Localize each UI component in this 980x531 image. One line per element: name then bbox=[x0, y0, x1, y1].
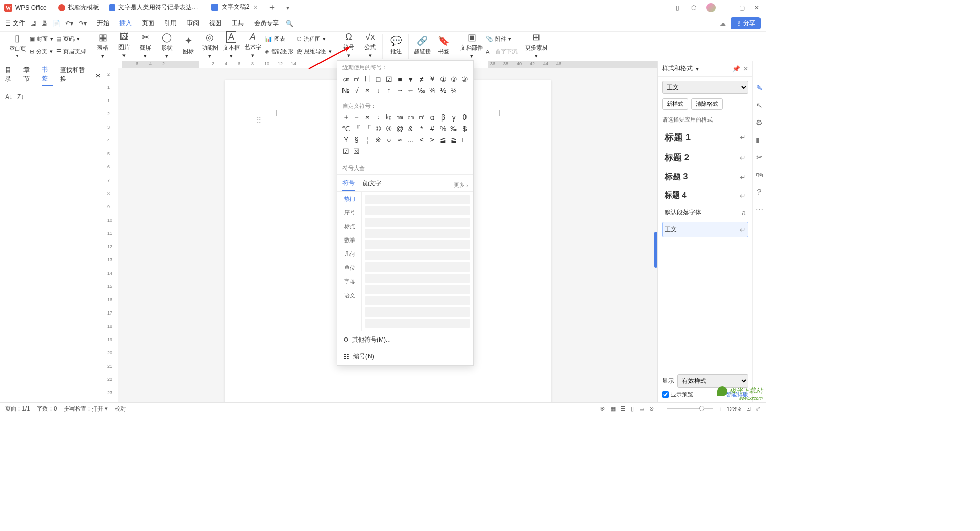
menu-审阅[interactable]: 审阅 bbox=[187, 19, 199, 28]
menu-工具[interactable]: 工具 bbox=[232, 19, 244, 28]
symbol-cell[interactable]: ㎜ bbox=[395, 112, 405, 123]
comment-button[interactable]: 💬批注 bbox=[387, 34, 405, 57]
symbol-category[interactable]: 标点 bbox=[337, 220, 361, 233]
zoom-in-icon[interactable]: + bbox=[718, 406, 721, 412]
symbol-cell[interactable]: ¾ bbox=[427, 85, 437, 96]
symbol-cell[interactable]: ☒ bbox=[351, 146, 362, 157]
redo-icon[interactable]: ↷▾ bbox=[79, 20, 87, 27]
symbol-cell[interactable]: ☑ bbox=[340, 146, 351, 157]
clear-format-button[interactable]: 清除格式 bbox=[691, 98, 723, 110]
more-resources-button[interactable]: ⊞更多素材▾ bbox=[525, 34, 548, 57]
symbol-cell[interactable]: ℃ bbox=[340, 123, 351, 134]
symbol-cell[interactable]: ② bbox=[449, 74, 459, 85]
symbol-category[interactable]: 语文 bbox=[337, 288, 361, 302]
help-icon[interactable]: ? bbox=[757, 188, 762, 196]
symbol-cell[interactable]: ≠ bbox=[416, 74, 427, 85]
eye-icon[interactable]: 👁 bbox=[600, 406, 605, 412]
menu-插入[interactable]: 插入 bbox=[119, 19, 132, 28]
pencil-icon[interactable]: ✎ bbox=[756, 84, 763, 92]
new-tab-button[interactable]: ＋ bbox=[263, 2, 281, 13]
preview-checkbox[interactable]: 显示预览 bbox=[662, 391, 693, 398]
doc-parts-button[interactable]: ▣文档部件▾ bbox=[460, 34, 483, 57]
formula-button[interactable]: √x公式▾ bbox=[361, 34, 379, 57]
page-num-button[interactable]: ▤页码▾ bbox=[56, 34, 86, 45]
symbol-cell[interactable]: ㎏ bbox=[384, 112, 395, 123]
symbol-cell[interactable]: © bbox=[373, 123, 383, 134]
tab-templates[interactable]: 找稻壳模板 bbox=[53, 0, 104, 15]
proofing-status[interactable]: 校对 bbox=[115, 405, 126, 413]
zoom-slider[interactable] bbox=[667, 408, 713, 409]
symbol-cell[interactable]: θ bbox=[459, 112, 470, 123]
symbol-cell[interactable]: % bbox=[437, 123, 448, 134]
page-break-button[interactable]: ⊟分页▾ bbox=[30, 46, 53, 57]
view-print-icon[interactable]: ▦ bbox=[610, 405, 616, 412]
print-icon[interactable]: 🖶 bbox=[41, 20, 47, 27]
spellcheck-status[interactable]: 拼写检查：打开 ▾ bbox=[64, 405, 108, 413]
symbol-cell[interactable]: ‰ bbox=[416, 85, 427, 96]
view-outline-icon[interactable]: ▯ bbox=[631, 405, 634, 412]
symbol-cell[interactable]: # bbox=[427, 123, 437, 134]
shape-button[interactable]: ◯形状▾ bbox=[158, 34, 176, 57]
style-item[interactable]: 标题 1↵ bbox=[662, 128, 748, 147]
symbol-cell[interactable]: ※ bbox=[373, 134, 383, 146]
nav-tab-目录[interactable]: 目录 bbox=[5, 66, 16, 85]
symbol-cell[interactable]: × bbox=[362, 112, 373, 123]
symbol-cell[interactable]: ¼ bbox=[449, 85, 459, 96]
tools-icon[interactable]: ✂ bbox=[756, 153, 763, 161]
tab-symbols[interactable]: 符号 bbox=[342, 179, 355, 191]
menu-开始[interactable]: 开始 bbox=[97, 19, 109, 28]
minimize-icon[interactable]: ― bbox=[724, 4, 731, 11]
print-preview-icon[interactable]: 📄 bbox=[53, 20, 60, 27]
symbol-cell[interactable]: ■ bbox=[395, 74, 405, 85]
symbol-cell[interactable]: ½ bbox=[437, 85, 448, 96]
symbol-cell[interactable]: √ bbox=[351, 85, 362, 96]
symbol-category[interactable]: 热门 bbox=[337, 192, 361, 206]
wordart-button[interactable]: A艺术字▾ bbox=[243, 34, 262, 57]
screenshot-button[interactable]: ✂截屏▾ bbox=[136, 34, 155, 57]
new-style-button[interactable]: 新样式 bbox=[662, 98, 688, 110]
undo-icon[interactable]: ↶▾ bbox=[65, 20, 74, 27]
symbol-cell[interactable]: * bbox=[416, 123, 427, 134]
fit-icon[interactable]: ⊡ bbox=[746, 405, 751, 412]
style-filter-select[interactable]: 有效样式 bbox=[677, 374, 748, 388]
cover-button[interactable]: ▣封面▾ bbox=[30, 34, 53, 45]
symbol-cell[interactable]: № bbox=[340, 85, 351, 96]
symbol-cell[interactable]: 「 bbox=[362, 123, 373, 134]
tab-kaomoji[interactable]: 颜文字 bbox=[363, 179, 381, 191]
smart-graphic-button[interactable]: ◈智能图形 bbox=[265, 46, 293, 57]
other-symbols-button[interactable]: Ω 其他符号(M)... bbox=[337, 331, 473, 348]
menu-会员专享[interactable]: 会员专享 bbox=[254, 19, 279, 28]
attachment-button[interactable]: 📎附件▾ bbox=[486, 34, 518, 45]
symbol-cell[interactable]: @ bbox=[395, 123, 405, 134]
view-read-icon[interactable]: ▭ bbox=[639, 405, 644, 412]
word-count[interactable]: 字数：0 bbox=[37, 405, 57, 413]
symbol-category[interactable]: 序号 bbox=[337, 206, 361, 220]
symbol-cell[interactable]: ≈ bbox=[395, 134, 405, 146]
symbol-cell[interactable]: ≥ bbox=[427, 134, 437, 146]
symbol-category[interactable]: 几何 bbox=[337, 247, 361, 261]
symbol-cell[interactable]: ㎡ bbox=[416, 112, 427, 123]
style-item[interactable]: 标题 3↵ bbox=[662, 168, 748, 186]
symbol-cell[interactable]: 『 bbox=[351, 123, 362, 134]
symbol-cell[interactable]: ‰ bbox=[449, 123, 459, 134]
symbol-cell[interactable]: ↑ bbox=[384, 85, 395, 96]
tab-menu[interactable]: ▾ bbox=[281, 4, 295, 11]
symbol-cell[interactable]: ㎝ bbox=[405, 112, 416, 123]
symbol-cell[interactable]: ¦ bbox=[362, 134, 373, 146]
more-link[interactable]: 更多 › bbox=[454, 181, 468, 189]
symbol-category[interactable]: 字母 bbox=[337, 275, 361, 288]
symbol-cell[interactable]: ① bbox=[437, 74, 448, 85]
scrollbar-thumb[interactable] bbox=[654, 232, 657, 268]
menu-视图[interactable]: 视图 bbox=[209, 19, 222, 28]
symbol-cell[interactable]: ￥ bbox=[427, 74, 437, 85]
symbol-cell[interactable]: ＋ bbox=[340, 112, 351, 123]
style-item[interactable]: 默认段落字体a bbox=[662, 205, 748, 221]
symbol-cell[interactable]: □ bbox=[459, 134, 470, 146]
current-style-select[interactable]: 正文 bbox=[662, 81, 748, 94]
hyperlink-button[interactable]: 🔗超链接 bbox=[413, 34, 431, 57]
symbol-cell[interactable]: → bbox=[395, 85, 405, 96]
symbol-cell[interactable]: ③ bbox=[459, 74, 470, 85]
symbol-cell[interactable]: $ bbox=[459, 123, 470, 134]
avatar-icon[interactable] bbox=[706, 3, 716, 12]
chart-button[interactable]: 📊图表 bbox=[265, 34, 293, 45]
